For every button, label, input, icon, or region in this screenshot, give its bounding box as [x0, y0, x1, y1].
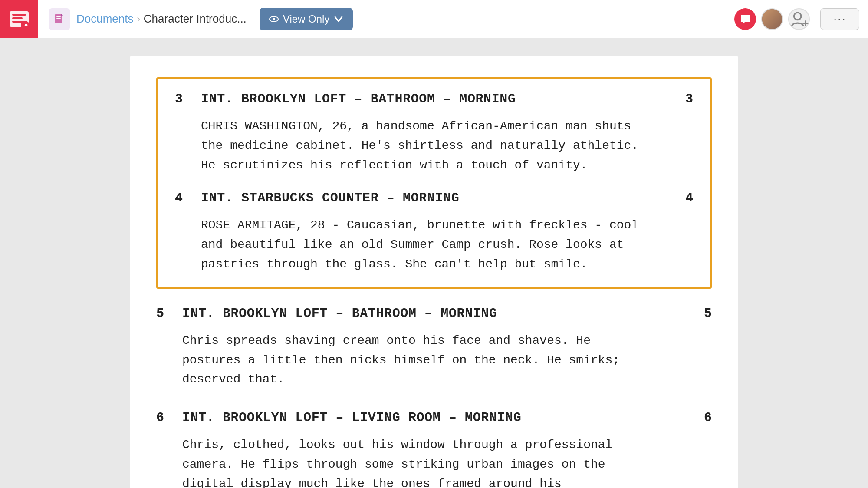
- view-only-label: View Only: [283, 13, 330, 25]
- breadcrumb-current-page: Character Introduc...: [144, 12, 247, 26]
- svg-point-12: [794, 13, 801, 20]
- scene-3-heading-left: 3 INT. BROOKLYN LOFT – BATHROOM – MORNIN…: [175, 92, 516, 106]
- breadcrumb: Documents › Character Introduc...: [76, 12, 247, 26]
- scene-5-heading-row: 5 INT. BROOKLYN LOFT – BATHROOM – MORNIN…: [156, 306, 712, 321]
- svg-rect-9: [56, 20, 59, 20]
- chat-avatar[interactable]: [734, 8, 756, 30]
- svg-rect-1: [12, 14, 26, 16]
- scene-6-heading-text: INT. BROOKLYN LOFT – LIVING ROOM – MORNI…: [182, 410, 521, 425]
- svg-text:✦: ✦: [23, 22, 29, 29]
- scene-4-action: ROSE ARMITAGE, 28 - Caucasian, brunette …: [175, 216, 693, 274]
- scene-5-heading-left: 5 INT. BROOKLYN LOFT – BATHROOM – MORNIN…: [156, 306, 497, 321]
- scene-5-number-right: 5: [704, 306, 712, 321]
- scene-4: 4 INT. STARBUCKS COUNTER – MORNING 4 ROS…: [175, 191, 693, 274]
- scene-4-number-left: 4: [175, 191, 188, 205]
- scene-4-number-right: 4: [685, 191, 693, 205]
- view-only-button[interactable]: View Only: [260, 8, 353, 30]
- svg-rect-7: [56, 16, 61, 17]
- scene-4-heading-row: 4 INT. STARBUCKS COUNTER – MORNING 4: [175, 191, 693, 205]
- user-avatar[interactable]: [761, 8, 783, 30]
- scene-5-number-left: 5: [156, 306, 169, 321]
- scene-6-action: Chris, clothed, looks out his window thr…: [156, 435, 712, 488]
- more-button[interactable]: ···: [820, 8, 859, 30]
- top-bar: ✦ Documents › Character Introduc... View…: [0, 0, 868, 38]
- user-avatar-image: [762, 9, 782, 29]
- scene-3-number-right: 3: [685, 92, 693, 106]
- top-bar-right: ···: [734, 8, 859, 30]
- scene-5-action: Chris spreads shaving cream onto his fac…: [156, 331, 712, 389]
- breadcrumb-separator: ›: [137, 13, 140, 25]
- add-user-avatar[interactable]: [788, 8, 810, 30]
- scene-5: 5 INT. BROOKLYN LOFT – BATHROOM – MORNIN…: [156, 306, 712, 389]
- scene-6-number-left: 6: [156, 410, 169, 425]
- breadcrumb-documents-link[interactable]: Documents: [76, 12, 134, 26]
- chevron-down-icon: [334, 14, 343, 24]
- script-container: 3 INT. BROOKLYN LOFT – BATHROOM – MORNIN…: [130, 56, 738, 488]
- svg-rect-2: [12, 17, 23, 19]
- scene-3: 3 INT. BROOKLYN LOFT – BATHROOM – MORNIN…: [175, 92, 693, 175]
- scene-3-heading-row: 3 INT. BROOKLYN LOFT – BATHROOM – MORNIN…: [175, 92, 693, 106]
- scene-3-number-left: 3: [175, 92, 188, 106]
- highlighted-scenes-block: 3 INT. BROOKLYN LOFT – BATHROOM – MORNIN…: [156, 77, 712, 289]
- svg-rect-8: [56, 18, 61, 19]
- svg-point-11: [273, 18, 275, 20]
- scene-3-heading-text: INT. BROOKLYN LOFT – BATHROOM – MORNING: [201, 92, 516, 106]
- app-logo[interactable]: ✦: [0, 0, 38, 38]
- chat-icon: [739, 13, 751, 25]
- scene-6-number-right: 6: [704, 410, 712, 425]
- scene-6-heading-row: 6 INT. BROOKLYN LOFT – LIVING ROOM – MOR…: [156, 410, 712, 425]
- scene-4-heading-left: 4 INT. STARBUCKS COUNTER – MORNING: [175, 191, 459, 205]
- scene-6-heading-left: 6 INT. BROOKLYN LOFT – LIVING ROOM – MOR…: [156, 410, 521, 425]
- main-content: 3 INT. BROOKLYN LOFT – BATHROOM – MORNIN…: [0, 38, 868, 488]
- nav-doc-icon[interactable]: [49, 8, 70, 30]
- scene-4-heading-text: INT. STARBUCKS COUNTER – MORNING: [201, 191, 459, 205]
- add-user-icon: [789, 9, 809, 29]
- scene-3-action: CHRIS WASHINGTON, 26, a handsome African…: [175, 117, 693, 175]
- scene-5-heading-text: INT. BROOKLYN LOFT – BATHROOM – MORNING: [182, 306, 497, 321]
- scene-6: 6 INT. BROOKLYN LOFT – LIVING ROOM – MOR…: [156, 410, 712, 488]
- more-dots: ···: [833, 12, 846, 26]
- eye-icon: [269, 14, 279, 24]
